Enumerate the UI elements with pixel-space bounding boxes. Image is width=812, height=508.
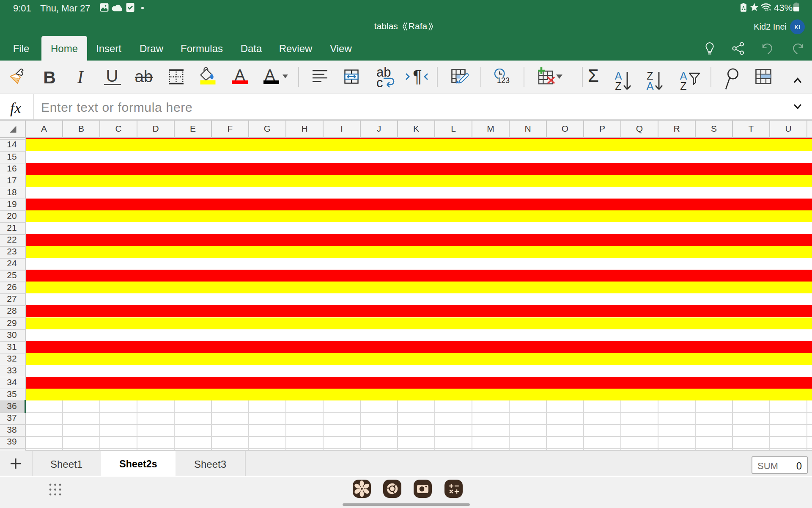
svg-text:Z: Z — [680, 80, 686, 90]
svg-text:A: A — [647, 80, 654, 90]
svg-text:Z: Z — [615, 80, 621, 90]
